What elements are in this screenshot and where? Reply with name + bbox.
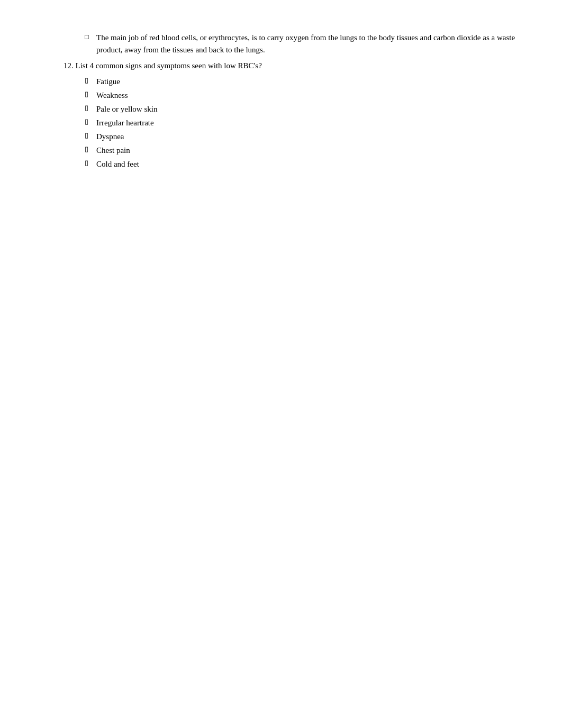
symptom-bullet-icon: ▯ — [85, 104, 96, 112]
symptom-text: Fatigue — [96, 75, 120, 88]
symptom-bullet-icon: ▯ — [85, 131, 96, 140]
document-content: □ The main job of red blood cells, or er… — [64, 32, 519, 170]
symptom-list: ▯Fatigue▯Weakness▯Pale or yellow skin▯Ir… — [85, 75, 519, 170]
symptom-item: ▯Weakness — [85, 89, 519, 102]
intro-bullet-item: □ The main job of red blood cells, or er… — [85, 32, 519, 56]
symptom-text: Pale or yellow skin — [96, 103, 157, 115]
symptom-item: ▯Chest pain — [85, 144, 519, 157]
symptom-bullet-icon: ▯ — [85, 145, 96, 153]
question-number: 12. — [64, 61, 76, 70]
intro-bullet-text: The main job of red blood cells, or eryt… — [96, 32, 519, 56]
symptom-text: Dyspnea — [96, 130, 124, 143]
symptom-bullet-icon: ▯ — [85, 76, 96, 85]
intro-bullet-icon: □ — [85, 33, 96, 41]
symptom-item: ▯Irregular heartrate — [85, 116, 519, 129]
question-12: 12. List 4 common signs and symptoms see… — [64, 60, 519, 72]
symptom-text: Cold and feet — [96, 158, 139, 170]
symptom-item: ▯Cold and feet — [85, 158, 519, 170]
symptom-bullet-icon: ▯ — [85, 90, 96, 98]
question-text: List 4 common signs and symptoms seen wi… — [76, 61, 262, 70]
symptom-text: Weakness — [96, 89, 128, 102]
symptom-text: Irregular heartrate — [96, 116, 154, 129]
symptom-bullet-icon: ▯ — [85, 117, 96, 126]
symptom-item: ▯Dyspnea — [85, 130, 519, 143]
symptom-item: ▯Pale or yellow skin — [85, 103, 519, 115]
symptom-text: Chest pain — [96, 144, 130, 157]
symptom-bullet-icon: ▯ — [85, 159, 96, 167]
symptom-item: ▯Fatigue — [85, 75, 519, 88]
